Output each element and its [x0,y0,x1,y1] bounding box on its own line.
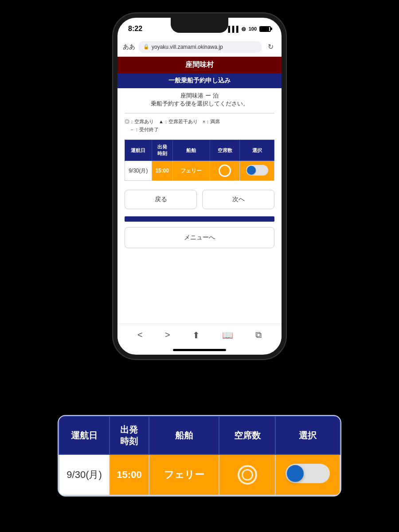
action-buttons: 戻る 次へ [117,184,282,215]
nav-tabs-icon[interactable]: ⧉ [255,330,262,340]
back-button[interactable]: 戻る [125,190,197,209]
td-seats-small [210,161,240,181]
home-indicator [173,349,226,351]
th-date-large: 運航日 [59,416,110,454]
seats-circle-small [219,164,231,177]
th-time-large: 出発時刻 [110,416,149,454]
nav-forward-icon[interactable]: > [165,330,170,340]
td-seats-large [219,454,275,495]
page-title: 一般乗船予約申し込み [117,73,282,88]
next-button[interactable]: 次へ [202,190,274,209]
phone-frame: 8:22 ▐▐▐ ⊜ 100 ああ 🔒 yoyaku.vill.zamami.o… [113,13,286,359]
browser-aa-button[interactable]: ああ [123,43,135,51]
status-time: 8:22 [128,25,142,33]
td-ship-small: フェリー [172,161,210,181]
route-line2: 乗船予約する便を選択してください。 [125,100,274,108]
toggle-small[interactable] [246,165,268,176]
site-header: 座間味村 [117,57,282,73]
td-date-large: 9/30(月) [59,454,110,495]
schedule-table-small: 運航日 出発時刻 船舶 空席数 選択 9/30(月) 15:00 フェリー [125,140,274,181]
th-date-small: 運航日 [125,140,152,161]
th-seats-large: 空席数 [219,416,275,454]
page-content: 座間味村 一般乗船予約申し込み 座間味港 ー 泊 乗船予約する便を選択してくださ… [117,57,282,329]
battery-icon [259,26,271,32]
nav-bookmark-icon[interactable]: 📖 [222,330,233,340]
reload-icon[interactable]: ↻ [265,42,276,52]
browser-bar: ああ 🔒 yoyaku.vill.zamami.okinawa.jp ↻ [117,37,282,57]
lock-icon: 🔒 [143,44,149,50]
th-ship-small: 船舶 [172,140,210,161]
battery-label: 100 [249,26,257,31]
legend: ◎：空席あり ▲：空席若干あり ×：満席 －：受付終了 [117,115,282,136]
phone-notch [171,18,228,33]
wifi-icon: ⊜ [241,26,246,32]
th-time-small: 出発時刻 [152,140,172,161]
route-info: 座間味港 ー 泊 乗船予約する便を選択してください。 [117,88,282,111]
td-date-small: 9/30(月) [125,161,152,181]
table-row-large: 9/30(月) 15:00 フェリー [59,454,340,495]
zoomed-card: 運航日 出発時刻 船舶 空席数 選択 9/30(月) 15:00 フェリー [58,415,341,497]
url-text: yoyaku.vill.zamami.okinawa.jp [152,44,223,50]
td-ship-large: フェリー [149,454,219,495]
table-row: 9/30(月) 15:00 フェリー [125,161,274,181]
toggle-knob-large [287,465,304,482]
toggle-knob-small [247,166,256,175]
th-seats-small: 空席数 [210,140,240,161]
divider [125,113,274,113]
battery-fill [260,27,269,31]
browser-url-bar[interactable]: 🔒 yoyaku.vill.zamami.okinawa.jp [139,41,262,53]
td-select-large[interactable] [275,454,340,495]
seats-circle-large [238,465,257,485]
blue-bar [125,216,274,222]
nav-share-icon[interactable]: ⬆ [192,330,200,340]
td-time-small: 15:00 [152,161,172,181]
menu-button[interactable]: メニューへ [125,227,274,248]
td-time-large: 15:00 [110,454,149,495]
schedule-table-large: 運航日 出発時刻 船舶 空席数 選択 9/30(月) 15:00 フェリー [59,416,340,496]
td-select-small[interactable] [240,161,274,181]
th-select-small: 選択 [240,140,274,161]
status-icons: ▐▐▐ ⊜ 100 [226,26,271,32]
th-select-large: 選択 [275,416,340,454]
toggle-large[interactable] [286,464,330,483]
browser-nav: < > ⬆ 📖 ⧉ [117,324,282,346]
nav-back-icon[interactable]: < [137,330,143,340]
route-line1: 座間味港 ー 泊 [125,92,274,100]
th-ship-large: 船舶 [149,416,219,454]
